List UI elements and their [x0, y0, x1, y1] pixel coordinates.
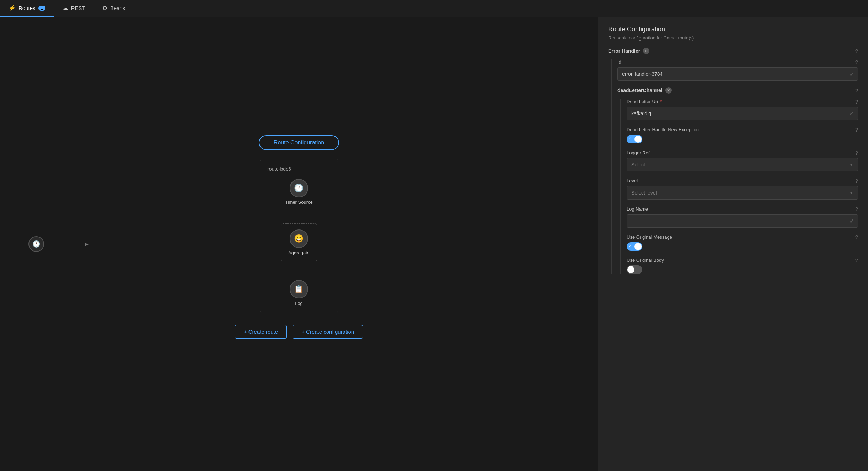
- dead-letter-handle-exception-label: Dead Letter Handle New Exception ?: [627, 127, 858, 133]
- dead-letter-channel-label: deadLetterChannel: [617, 88, 663, 93]
- logger-ref-select[interactable]: Select... ▼: [627, 158, 858, 171]
- level-help-icon[interactable]: ?: [855, 178, 858, 184]
- dead-letter-uri-help-icon[interactable]: ?: [855, 99, 858, 105]
- timer-source-node[interactable]: 🕐 Timer Source: [285, 179, 313, 205]
- log-name-label-text: Log Name: [627, 206, 648, 212]
- dead-letter-handle-exception-text: Dead Letter Handle New Exception: [627, 127, 699, 132]
- aggregate-label: Aggregate: [288, 250, 310, 255]
- create-route-button[interactable]: + Create route: [235, 325, 287, 339]
- create-configuration-button[interactable]: + Create configuration: [293, 325, 363, 339]
- level-label: Level ?: [627, 178, 858, 184]
- logger-ref-label: Logger Ref ?: [627, 150, 858, 156]
- main-layout: 🕐 ▶ Route Configuration route-bdc6 🕐 Tim…: [0, 17, 868, 471]
- id-field-group: Id ? ⤢: [617, 59, 858, 81]
- dead-letter-handle-exception-help-icon[interactable]: ?: [855, 127, 858, 133]
- dead-letter-uri-expand-icon[interactable]: ⤢: [846, 110, 858, 117]
- level-label-text: Level: [627, 178, 638, 184]
- error-handler-help-icon[interactable]: ?: [855, 48, 858, 54]
- use-original-body-label: Use Original Body ?: [627, 257, 858, 263]
- log-label: Log: [295, 301, 303, 306]
- panel-title: Route Configuration: [608, 26, 858, 33]
- use-original-body-text: Use Original Body: [627, 258, 664, 263]
- route-config-box[interactable]: Route Configuration: [259, 135, 339, 150]
- use-original-body-help-icon[interactable]: ?: [855, 257, 858, 263]
- error-handler-remove-button[interactable]: ✕: [643, 48, 649, 54]
- tab-beans-label: Beans: [110, 5, 125, 11]
- route-box: route-bdc6 🕐 Timer Source 😀 Aggregate: [260, 159, 338, 313]
- logger-ref-label-text: Logger Ref: [627, 150, 649, 155]
- dead-letter-uri-label-text: Dead Letter Uri: [627, 99, 658, 104]
- level-placeholder: Select level: [631, 190, 849, 196]
- diagram-container: Route Configuration route-bdc6 🕐 Timer S…: [235, 135, 363, 339]
- use-original-message-help-icon[interactable]: ?: [855, 234, 858, 240]
- dead-letter-sub-section: Dead Letter Uri * ? ⤢ Dead Letter Handle…: [620, 99, 858, 274]
- log-name-input[interactable]: [627, 215, 846, 227]
- log-name-field-group: Log Name ? ⤢: [627, 206, 858, 228]
- rest-icon: ☁: [63, 5, 68, 11]
- use-original-message-toggle-wrap: ✓: [627, 242, 858, 251]
- aggregate-box: 😀 Aggregate: [281, 223, 317, 261]
- connector-1: [299, 211, 299, 218]
- canvas-area: 🕐 ▶ Route Configuration route-bdc6 🕐 Tim…: [0, 17, 598, 471]
- tab-routes[interactable]: ⚡ Routes 1: [0, 0, 54, 17]
- use-original-body-toggle-wrap: [627, 265, 858, 274]
- routes-icon: ⚡: [9, 5, 16, 11]
- use-original-message-group: Use Original Message ? ✓: [627, 234, 858, 251]
- logger-ref-chevron-icon: ▼: [849, 162, 853, 167]
- dead-letter-handle-exception-toggle-wrap: ✓: [627, 135, 858, 143]
- right-panel: Route Configuration Reusable configurati…: [598, 17, 868, 471]
- log-name-help-icon[interactable]: ?: [855, 206, 858, 212]
- id-input[interactable]: [618, 68, 846, 80]
- required-marker: *: [660, 99, 662, 104]
- use-original-message-label: Use Original Message ?: [627, 234, 858, 240]
- error-handler-label: Error Handler: [608, 48, 640, 54]
- use-original-body-toggle[interactable]: [627, 265, 642, 274]
- tab-rest[interactable]: ☁ REST: [54, 0, 94, 17]
- external-node: 🕐 ▶: [28, 236, 89, 252]
- log-name-expand-icon[interactable]: ⤢: [846, 218, 858, 224]
- use-original-message-text: Use Original Message: [627, 234, 672, 240]
- dead-letter-uri-field-group: Dead Letter Uri * ? ⤢: [627, 99, 858, 120]
- timer-source-icon: 🕐: [290, 179, 308, 197]
- tab-rest-label: REST: [71, 5, 85, 11]
- routes-badge: 1: [38, 6, 45, 11]
- id-input-row: ⤢: [617, 67, 858, 81]
- error-handler-section-header: Error Handler ✕ ?: [608, 48, 858, 54]
- log-name-label: Log Name ?: [627, 206, 858, 212]
- connector-2: [299, 267, 299, 274]
- dead-letter-uri-label: Dead Letter Uri * ?: [627, 99, 858, 105]
- id-help-icon[interactable]: ?: [855, 59, 858, 65]
- logger-ref-placeholder: Select...: [631, 162, 849, 168]
- use-original-message-toggle[interactable]: ✓: [627, 242, 642, 251]
- external-clock-icon: 🕐: [28, 236, 44, 252]
- toggle-knob-3: [627, 266, 634, 273]
- dead-letter-channel-header: deadLetterChannel ✕ ?: [617, 87, 858, 94]
- log-icon: 📋: [290, 280, 308, 298]
- dead-letter-uri-input[interactable]: [627, 107, 846, 120]
- logger-ref-help-icon[interactable]: ?: [855, 150, 858, 156]
- toggle-knob: [634, 136, 642, 143]
- id-label-text: Id: [617, 59, 621, 65]
- logger-ref-field-group: Logger Ref ? Select... ▼: [627, 150, 858, 171]
- id-expand-icon[interactable]: ⤢: [846, 71, 858, 77]
- dead-letter-channel-help-icon[interactable]: ?: [855, 88, 858, 94]
- toggle-knob-2: [634, 243, 642, 250]
- dead-letter-channel-remove-button[interactable]: ✕: [665, 87, 672, 94]
- dashed-connector: [44, 244, 87, 244]
- level-select[interactable]: Select level ▼: [627, 186, 858, 200]
- top-nav: ⚡ Routes 1 ☁ REST ⚙ Beans: [0, 0, 868, 17]
- aggregate-node[interactable]: 😀 Aggregate: [288, 229, 310, 255]
- id-field-label: Id ?: [617, 59, 858, 65]
- tab-routes-label: Routes: [18, 5, 36, 11]
- toggle-check-icon-2: ✓: [628, 244, 632, 248]
- tab-beans[interactable]: ⚙ Beans: [94, 0, 134, 17]
- buttons-row: + Create route + Create configuration: [235, 325, 363, 339]
- log-node[interactable]: 📋 Log: [290, 280, 308, 306]
- arrow-head: ▶: [85, 241, 89, 247]
- use-original-body-group: Use Original Body ?: [627, 257, 858, 274]
- level-chevron-icon: ▼: [849, 190, 853, 195]
- timer-source-label: Timer Source: [285, 200, 313, 205]
- dead-letter-handle-exception-toggle[interactable]: ✓: [627, 135, 642, 143]
- route-id: route-bdc6: [267, 166, 291, 172]
- dead-letter-uri-input-row: ⤢: [627, 107, 858, 120]
